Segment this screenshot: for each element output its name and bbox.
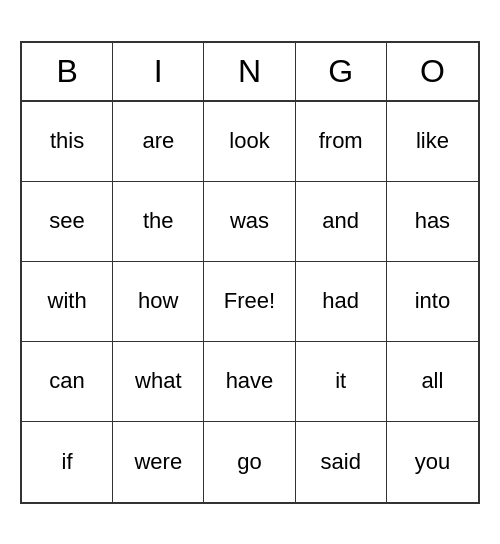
cell-7: was (204, 182, 295, 262)
bingo-card: B I N G O this are look from like see th… (20, 41, 480, 504)
cell-17: have (204, 342, 295, 422)
cell-3: from (296, 102, 387, 182)
cell-18: it (296, 342, 387, 422)
cell-1: are (113, 102, 204, 182)
cell-8: and (296, 182, 387, 262)
cell-5: see (22, 182, 113, 262)
cell-21: were (113, 422, 204, 502)
cell-6: the (113, 182, 204, 262)
bingo-header: B I N G O (22, 43, 478, 102)
cell-23: said (296, 422, 387, 502)
cell-10: with (22, 262, 113, 342)
cell-13: had (296, 262, 387, 342)
cell-14: into (387, 262, 478, 342)
cell-11: how (113, 262, 204, 342)
header-i: I (113, 43, 204, 100)
cell-0: this (22, 102, 113, 182)
bingo-grid: this are look from like see the was and … (22, 102, 478, 502)
cell-22: go (204, 422, 295, 502)
cell-4: like (387, 102, 478, 182)
header-g: G (296, 43, 387, 100)
cell-24: you (387, 422, 478, 502)
cell-15: can (22, 342, 113, 422)
header-b: B (22, 43, 113, 100)
cell-20: if (22, 422, 113, 502)
cell-2: look (204, 102, 295, 182)
cell-16: what (113, 342, 204, 422)
cell-19: all (387, 342, 478, 422)
cell-12: Free! (204, 262, 295, 342)
header-n: N (204, 43, 295, 100)
cell-9: has (387, 182, 478, 262)
header-o: O (387, 43, 478, 100)
